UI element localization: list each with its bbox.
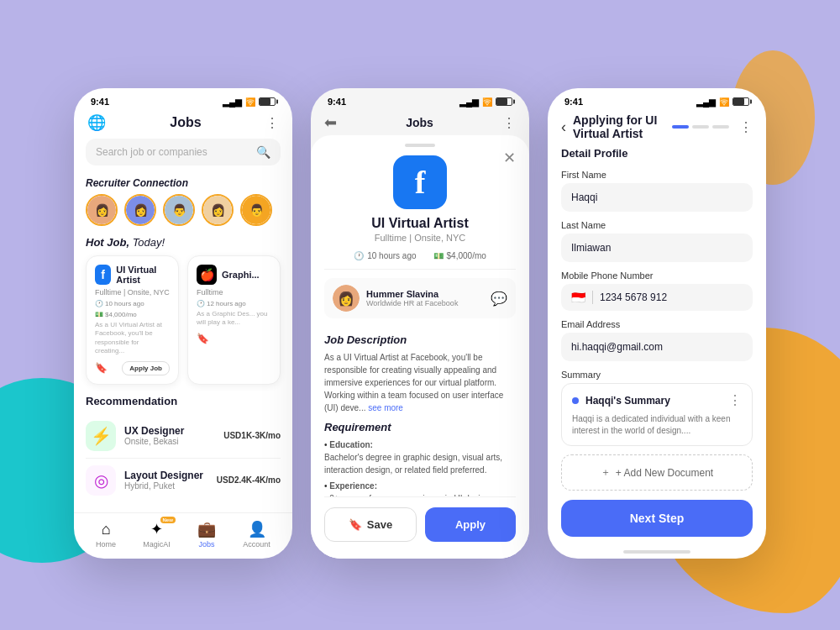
job-card-meta-2: 🕐12 hours ago	[197, 300, 271, 307]
recruiter-avatar-2[interactable]: 👩	[124, 194, 156, 226]
globe-icon[interactable]: 🌐	[87, 113, 106, 132]
flag-icon: 🇮🇩	[571, 291, 585, 304]
nav-account[interactable]: 👤 Account	[243, 520, 270, 549]
signal-icon-1: ▂▄▆	[223, 97, 242, 107]
job-logo-apple: 🍎	[197, 265, 217, 285]
rec-item-2[interactable]: ◎ Layout Designer Hybrid, Puket USD2.4K-…	[74, 459, 292, 502]
bottom-nav-1: ⌂ Home ✦ New MagicAI 💼 Jobs 👤 Account	[74, 512, 292, 559]
email-input[interactable]	[561, 333, 753, 361]
phone3-title: Applying for UI Virtual Artist	[573, 113, 659, 140]
next-step-button[interactable]: Next Step	[561, 500, 753, 537]
last-name-label: Last Name	[561, 220, 753, 230]
step-indicators	[672, 125, 729, 129]
modal-job-sub: Fulltime | Onsite, NYC	[324, 233, 516, 243]
job-desc-2: As a Graphic Des... you will play a ke..…	[197, 310, 271, 328]
recruiter-avatar-3[interactable]: 👨	[163, 194, 195, 226]
apply-job-button-1[interactable]: Apply Job	[122, 361, 170, 375]
job-logo-facebook: f	[95, 265, 111, 285]
modal-job-logo: f	[393, 155, 447, 209]
summary-card: Haqqi's Summary ⋮ Haqqi is a dedicated i…	[561, 383, 753, 446]
battery-icon-2	[496, 97, 512, 106]
phone2-header: ⬅ Jobs ⋮	[311, 110, 529, 139]
last-name-input[interactable]	[561, 234, 753, 262]
recommendation-label: Recommendation	[74, 393, 292, 414]
modal-scroll-content: Job Description As a UI Virtual Artist a…	[324, 327, 516, 496]
detail-profile-title: Detail Profile	[561, 147, 753, 160]
chat-icon-modal[interactable]: 💬	[491, 291, 507, 307]
status-icons-3: ▂▄▆ 🛜	[696, 97, 749, 107]
search-icon[interactable]: 🔍	[256, 145, 270, 159]
status-bar-2: 9:41 ▂▄▆ 🛜	[311, 88, 529, 110]
modal-meta-row: 🕐 10 hours ago 💵 $4,000/mo	[324, 251, 516, 270]
job-actions-2: 🔖	[197, 333, 271, 344]
job-card-1[interactable]: f UI Virtual Artist Fulltime | Onsite, N…	[86, 255, 179, 385]
recruiter-info-modal: Hummer Slavina Worldwide HR at Facebook	[366, 289, 458, 307]
phone-divider	[592, 291, 593, 304]
first-name-label: First Name	[561, 170, 753, 180]
more-options-icon-2[interactable]: ⋮	[502, 115, 516, 131]
back-button[interactable]: ‹	[561, 118, 566, 136]
battery-icon-3	[732, 97, 749, 106]
step-dot-3	[712, 125, 729, 129]
search-bar[interactable]: Search job or companies 🔍	[86, 139, 281, 165]
summary-title: Haqqi's Summary	[585, 395, 722, 407]
save-button[interactable]: 🔖 Save	[324, 507, 417, 542]
summary-text: Haqqi is a dedicated individual with a k…	[572, 413, 742, 437]
phone1-title: Jobs	[170, 115, 201, 130]
see-more-link[interactable]: see more	[368, 403, 403, 412]
nav-home[interactable]: ⌂ Home	[96, 521, 116, 549]
status-bar-1: 9:41 ▂▄▆ 🛜	[74, 88, 292, 110]
home-icon: ⌂	[102, 521, 111, 538]
more-options-icon[interactable]: ⋮	[265, 115, 279, 131]
add-document-button[interactable]: ＋ + Add New Document	[561, 454, 753, 491]
phone1-header: 🌐 Jobs ⋮	[74, 110, 292, 139]
status-icons-1: ▂▄▆ 🛜	[223, 97, 276, 107]
phone-input-row[interactable]: 🇮🇩	[561, 284, 753, 311]
bookmark-icon-1[interactable]: 🔖	[95, 362, 108, 374]
job-card-sub-1: Fulltime | Onsite, NYC	[95, 288, 170, 297]
hot-jobs-row: f UI Virtual Artist Fulltime | Onsite, N…	[74, 255, 292, 393]
summary-label: Summary	[561, 370, 753, 380]
application-form-scroll: Detail Profile First Name Last Name Mobi…	[548, 147, 766, 493]
modal-close-button[interactable]: ✕	[503, 149, 516, 167]
education-label: Education:	[324, 438, 516, 451]
job-time-1: 🕐10 hours ago	[95, 300, 144, 307]
plus-icon: ＋	[601, 465, 611, 480]
recruiter-avatar-5[interactable]: 👨	[240, 194, 272, 226]
job-card-title-1: UI Virtual Artist	[116, 265, 170, 285]
phones-container: 9:41 ▂▄▆ 🛜 🌐 Jobs ⋮ Search job or compan…	[74, 88, 766, 559]
rec-item-1[interactable]: ⚡ UX Designer Onsite, Bekasi USD1K-3K/mo	[74, 414, 292, 458]
recruiter-row2: 👩 Hummer Slavina Worldwide HR at Faceboo…	[324, 278, 516, 318]
rec-info-1: UX Designer Onsite, Bekasi	[124, 425, 215, 446]
status-time-3: 9:41	[564, 97, 583, 107]
phone2-job-detail: 9:41 ▂▄▆ 🛜 ⬅ Jobs ⋮ ✕ f UI Virtual Artis…	[311, 88, 529, 559]
more-options-icon-3[interactable]: ⋮	[739, 119, 753, 135]
phone-number-input[interactable]	[600, 291, 743, 303]
modal-salary: 💵 $4,000/mo	[433, 251, 486, 260]
wifi-icon-2: 🛜	[482, 97, 492, 107]
phone2-title: Jobs	[406, 116, 433, 129]
first-name-input[interactable]	[561, 183, 753, 212]
recruiter-avatar-1[interactable]: 👩	[86, 194, 118, 226]
nav-magicai[interactable]: ✦ New MagicAI	[143, 520, 171, 549]
nav-home-label: Home	[96, 540, 116, 549]
nav-jobs[interactable]: 💼 Jobs	[197, 520, 216, 549]
nav-account-label: Account	[243, 540, 270, 549]
bookmark-icon-2[interactable]: 🔖	[197, 333, 209, 344]
back-circle-icon[interactable]: ⬅	[324, 113, 337, 132]
summary-dot	[572, 397, 579, 404]
job-description-title: Job Description	[324, 333, 516, 346]
rec-info-2: Layout Designer Hybrid, Puket	[124, 470, 208, 491]
home-indicator-3	[623, 550, 690, 554]
wifi-icon-3: 🛜	[719, 97, 729, 107]
phone-label: Mobile Phone Number	[561, 270, 753, 281]
step-dot-1	[672, 125, 689, 129]
apply-button[interactable]: Apply	[425, 507, 516, 542]
requirement-title: Requirement	[324, 421, 516, 433]
summary-more-icon[interactable]: ⋮	[728, 392, 742, 408]
status-time-1: 9:41	[91, 97, 109, 107]
experience-label: Experience:	[324, 480, 516, 492]
recruiter-avatar-4[interactable]: 👩	[202, 194, 234, 226]
job-card-2[interactable]: 🍎 Graphi... Fulltime 🕐12 hours ago As a …	[187, 255, 281, 385]
job-card-meta-1: 🕐10 hours ago 💵$4,000/mo	[95, 300, 170, 318]
